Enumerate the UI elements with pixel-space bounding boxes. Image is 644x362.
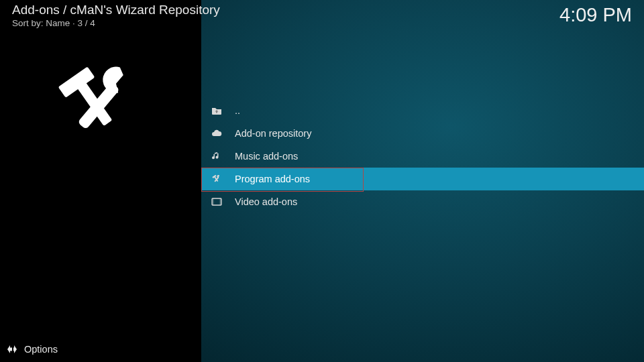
sidebar	[0, 0, 201, 362]
list-item-music[interactable]: Music add-ons	[201, 145, 644, 168]
footer-options[interactable]: Options	[0, 337, 63, 362]
addon-listing: .. Add-on repository Music add-ons Progr…	[201, 99, 644, 213]
addon-tools-icon	[51, 57, 145, 151]
list-item-label: ..	[235, 105, 240, 116]
list-item-label: Program add-ons	[235, 174, 310, 184]
breadcrumb: Add-ons / cMaN's Wizard Repository	[12, 3, 632, 17]
list-item-label: Video add-ons	[235, 196, 297, 207]
options-arrow-icon	[5, 343, 19, 356]
svg-rect-7	[212, 198, 214, 205]
list-item-repository[interactable]: Add-on repository	[201, 122, 644, 145]
svg-rect-8	[220, 198, 222, 205]
list-item-program[interactable]: Program add-ons	[201, 168, 644, 190]
list-item-video[interactable]: Video add-ons	[201, 190, 644, 213]
list-item-label: Add-on repository	[235, 128, 311, 139]
film-icon	[211, 196, 222, 207]
content-pane: .. Add-on repository Music add-ons Progr…	[201, 0, 644, 362]
sort-label: Sort by: Name · 3 / 4	[12, 18, 632, 28]
list-item-updir[interactable]: ..	[201, 99, 644, 122]
header: Add-ons / cMaN's Wizard Repository Sort …	[0, 0, 644, 28]
cloud-icon	[211, 128, 222, 139]
tools-icon	[211, 174, 222, 184]
folder-up-icon	[211, 105, 222, 116]
list-item-label: Music add-ons	[235, 151, 298, 162]
options-label: Options	[24, 344, 58, 355]
clock: 4:09 PM	[559, 4, 632, 26]
music-icon	[211, 151, 222, 162]
